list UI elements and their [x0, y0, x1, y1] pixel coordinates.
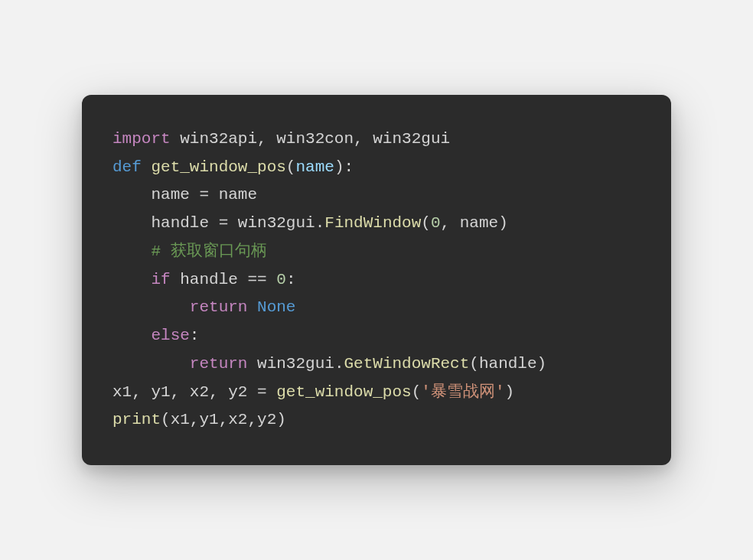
else-keyword: else — [151, 327, 189, 344]
return-keyword: return — [190, 298, 248, 316]
space — [247, 355, 257, 373]
string-literal: '暴雪战网' — [421, 383, 504, 401]
variable-arg: name — [460, 214, 498, 232]
variable-arg: handle — [479, 355, 537, 373]
code-content: import win32api, win32con, win32gui def … — [112, 125, 641, 435]
number-arg: 0 — [431, 214, 441, 232]
indent — [112, 243, 151, 260]
indent — [112, 271, 151, 288]
space — [247, 298, 257, 316]
import-keyword: import — [112, 130, 171, 148]
method-name: FindWindow — [324, 214, 421, 232]
paren-close: ) — [276, 411, 286, 428]
paren-open: ( — [469, 355, 479, 373]
indent — [112, 355, 190, 373]
method-name: GetWindowRect — [344, 355, 469, 373]
paren-close: ) — [537, 355, 547, 373]
paren-open: ( — [421, 214, 431, 232]
variable-rhs: name — [219, 186, 257, 203]
tuple-vars: x1, y1, x2, y2 — [112, 383, 247, 401]
variable-lhs: name — [151, 186, 189, 203]
print-args: x1,y1,x2,y2 — [171, 411, 277, 428]
space — [171, 271, 181, 288]
paren-open: ( — [161, 411, 171, 428]
return-keyword: return — [190, 355, 248, 373]
indent — [112, 298, 190, 316]
equals: = — [247, 383, 276, 401]
import-modules: win32api, win32con, win32gui — [171, 130, 450, 148]
builtin-print: print — [112, 411, 161, 428]
comma: , — [441, 214, 460, 232]
paren-close-colon: ): — [334, 158, 354, 176]
comment: # 获取窗口句柄 — [151, 243, 266, 260]
variable-lhs: handle — [151, 214, 209, 232]
parameter: name — [295, 158, 334, 176]
paren-close: ) — [505, 383, 515, 401]
equals-compare: == — [238, 271, 276, 288]
space — [142, 158, 152, 176]
none-literal: None — [257, 298, 295, 316]
paren-close: ) — [498, 214, 508, 232]
def-keyword: def — [112, 158, 142, 176]
colon: : — [190, 327, 200, 344]
if-keyword: if — [151, 271, 170, 288]
function-call: get_window_pos — [276, 383, 411, 401]
colon: : — [286, 271, 296, 288]
paren-open: ( — [286, 158, 296, 176]
equals: = — [209, 214, 238, 232]
object-ref: win32gui. — [238, 214, 324, 232]
indent — [112, 186, 151, 203]
code-block: import win32api, win32con, win32gui def … — [82, 95, 671, 465]
paren-open: ( — [412, 383, 422, 401]
indent — [112, 327, 151, 344]
object-ref: win32gui. — [257, 355, 344, 373]
variable-lhs: handle — [180, 271, 238, 288]
equals: = — [190, 186, 219, 203]
indent — [112, 214, 151, 232]
number-rhs: 0 — [276, 271, 286, 288]
function-name: get_window_pos — [151, 158, 285, 176]
